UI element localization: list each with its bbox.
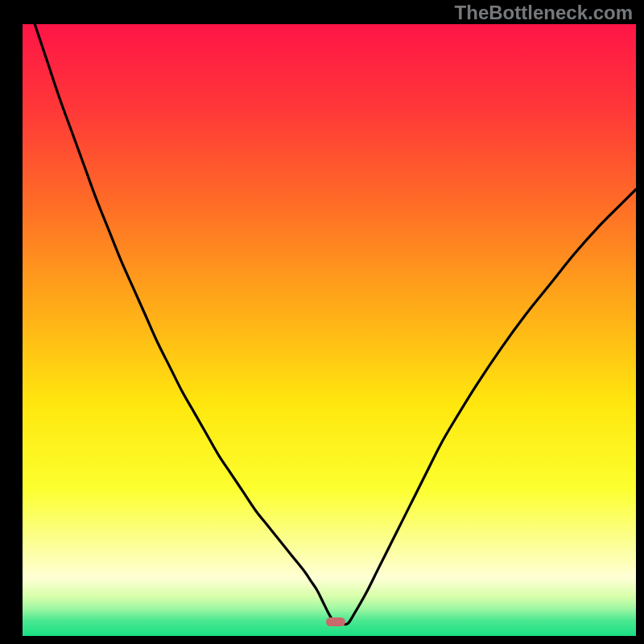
chart-svg [23,24,636,636]
plot-area [23,24,636,636]
chart-container: TheBottleneck.com [0,0,644,644]
watermark-text: TheBottleneck.com [455,2,633,24]
gradient-background [23,24,636,636]
optimum-marker [326,617,345,626]
